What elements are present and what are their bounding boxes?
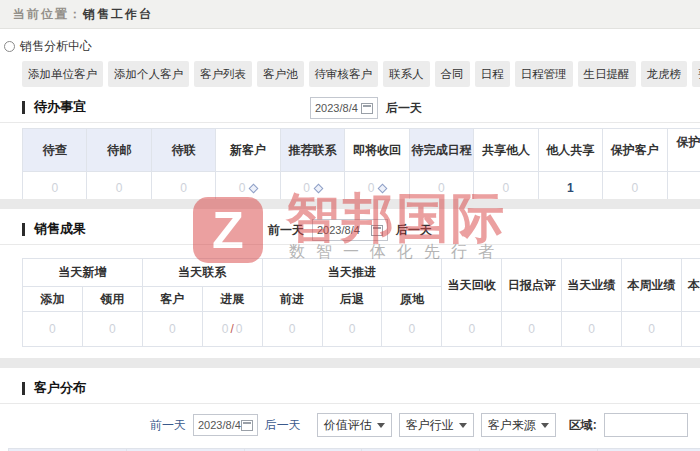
filter-select-label: 客户来源 bbox=[488, 417, 536, 434]
calendar-icon[interactable] bbox=[371, 225, 383, 236]
sales-count: 0 bbox=[468, 322, 475, 336]
sales-section-header: 销售成果 前一天 2023/8/4 后一天 bbox=[0, 217, 700, 241]
sales-value-10[interactable]: 0 bbox=[622, 312, 682, 347]
distribution-section-title: 客户分布 bbox=[34, 379, 86, 397]
divider bbox=[0, 403, 700, 404]
sales-value-2[interactable]: 0 bbox=[142, 312, 202, 347]
breadcrumb-current: 销售工作台 bbox=[83, 6, 153, 23]
todo-header-9: 保护客户 bbox=[603, 129, 667, 172]
sales-subheader-1-0: 客户 bbox=[142, 287, 202, 312]
todo-header-1: 待邮 bbox=[87, 129, 151, 172]
toolbar-button-8[interactable]: 日程管理 bbox=[515, 61, 573, 87]
distribution-date-value: 2023/8/4 bbox=[198, 419, 241, 431]
chevron-down-icon bbox=[459, 423, 467, 428]
filter-select-0[interactable]: 价值评估 bbox=[317, 413, 392, 437]
sales-header-2: 当天业绩 bbox=[562, 259, 622, 312]
calendar-icon[interactable] bbox=[241, 420, 253, 431]
section-bar-icon bbox=[22, 223, 25, 236]
distribution-filter-row: 前一天 2023/8/4 后一天 价值评估客户行业客户来源 区域: 检索 bbox=[150, 413, 700, 437]
breadcrumb-label: 当前位置： bbox=[13, 6, 83, 23]
toolbar-button-4[interactable]: 待审核客户 bbox=[309, 61, 379, 87]
sales-value-5[interactable]: 0 bbox=[322, 312, 382, 347]
sales-value-4[interactable]: 0 bbox=[262, 312, 322, 347]
sales-subheader-2-0: 前进 bbox=[262, 287, 322, 312]
toolbar-button-6[interactable]: 合同 bbox=[435, 61, 470, 87]
section-bar-icon bbox=[22, 382, 25, 395]
sales-count: 0 bbox=[648, 322, 655, 336]
breadcrumb: 当前位置： 销售工作台 bbox=[0, 0, 700, 29]
sales-count: 0 bbox=[289, 322, 296, 336]
todo-date-input[interactable]: 2023/8/4 bbox=[310, 97, 378, 119]
todo-count: 0 bbox=[116, 181, 123, 195]
distribution-next-day-button[interactable]: 后一天 bbox=[265, 417, 301, 434]
chevron-down-icon bbox=[377, 423, 385, 428]
sales-value-0[interactable]: 0 bbox=[23, 312, 83, 347]
filter-select-2[interactable]: 客户来源 bbox=[481, 413, 556, 437]
sales-section-title: 销售成果 bbox=[34, 220, 86, 238]
sales-table: 当天新增当天联系当天推进当天回收日报点评当天业绩本周业绩本月添加领用客户进展前进… bbox=[22, 258, 700, 347]
sales-header-4: 本月 bbox=[681, 259, 700, 312]
sales-date-input[interactable]: 2023/8/4 bbox=[312, 219, 388, 241]
filter-selects: 价值评估客户行业客户来源 bbox=[317, 413, 556, 437]
sales-subheader-0-1: 领用 bbox=[82, 287, 142, 312]
divider bbox=[0, 244, 700, 245]
sales-workbench-screen: 当前位置： 销售工作台 销售分析中心 添加单位客户添加个人客户客户列表客户池待审… bbox=[0, 0, 700, 451]
sales-count: 0 bbox=[588, 322, 595, 336]
todo-count: 0 bbox=[51, 181, 58, 195]
distribution-card: 客户分布 前一天 2023/8/4 后一天 价值评估客户行业客户来源 区域: 检… bbox=[0, 376, 700, 451]
todo-next-day-button[interactable]: 后一天 bbox=[386, 100, 422, 117]
sales-value-9[interactable]: 0 bbox=[562, 312, 622, 347]
toolbar-button-7[interactable]: 日程 bbox=[475, 61, 510, 87]
radio-icon bbox=[4, 41, 15, 52]
sales-date-value: 2023/8/4 bbox=[317, 224, 360, 236]
toolbar-button-1[interactable]: 添加个人客户 bbox=[108, 61, 189, 87]
tab-sales-analysis-center[interactable]: 销售分析中心 bbox=[0, 29, 700, 55]
diamond-icon bbox=[378, 184, 388, 194]
sales-value-11[interactable] bbox=[681, 312, 700, 347]
sales-next-day-button[interactable]: 后一天 bbox=[396, 222, 432, 239]
todo-date-value: 2023/8/4 bbox=[315, 102, 358, 114]
toolbar-button-11[interactable]: 要 bbox=[692, 61, 700, 87]
sales-header-1: 日报点评 bbox=[502, 259, 562, 312]
todo-header-8: 他人共享 bbox=[538, 129, 602, 172]
toolbar-button-5[interactable]: 联系人 bbox=[383, 61, 430, 87]
diamond-icon bbox=[313, 184, 323, 194]
sales-count: 0 bbox=[349, 322, 356, 336]
todo-section-title: 待办事宜 bbox=[34, 98, 86, 116]
chevron-down-icon bbox=[541, 423, 549, 428]
sales-value-7[interactable]: 0 bbox=[442, 312, 502, 347]
sales-value-8[interactable]: 0 bbox=[502, 312, 562, 347]
region-label: 区域: bbox=[569, 417, 597, 434]
toolbar-button-0[interactable]: 添加单位客户 bbox=[22, 61, 103, 87]
todo-count: 0 bbox=[239, 181, 246, 195]
sales-value-6[interactable]: 0 bbox=[382, 312, 442, 347]
filter-select-1[interactable]: 客户行业 bbox=[399, 413, 474, 437]
sales-count: 0 bbox=[222, 322, 229, 336]
toolbar-button-3[interactable]: 客户池 bbox=[257, 61, 304, 87]
calendar-icon[interactable] bbox=[361, 103, 373, 114]
divider bbox=[0, 122, 700, 123]
todo-header-2: 待联 bbox=[151, 129, 215, 172]
todo-header-7: 共享他人 bbox=[474, 129, 538, 172]
sales-value-3[interactable]: 0/0 bbox=[202, 312, 262, 347]
sales-prev-day-button[interactable]: 前一天 bbox=[268, 222, 304, 239]
sales-subheader-2-1: 后退 bbox=[322, 287, 382, 312]
section-bar-icon bbox=[22, 101, 25, 114]
section-gap bbox=[0, 199, 700, 209]
sales-value-1[interactable]: 0 bbox=[82, 312, 142, 347]
toolbar-button-2[interactable]: 客户列表 bbox=[194, 61, 252, 87]
distribution-date-input[interactable]: 2023/8/4 bbox=[193, 414, 258, 436]
filter-select-label: 价值评估 bbox=[324, 417, 372, 434]
sales-count: 0 bbox=[236, 322, 243, 336]
toolbar-button-10[interactable]: 龙虎榜 bbox=[641, 61, 688, 87]
sales-count: 0 bbox=[409, 322, 416, 336]
distribution-prev-day-button[interactable]: 前一天 bbox=[150, 417, 186, 434]
slash-separator: / bbox=[231, 322, 234, 336]
sales-group-header-0: 当天新增 bbox=[23, 259, 143, 287]
region-input[interactable] bbox=[604, 413, 688, 437]
toolbar-button-9[interactable]: 生日提醒 bbox=[578, 61, 636, 87]
todo-count: 0 bbox=[631, 181, 638, 195]
sales-group-header-2: 当天推进 bbox=[262, 259, 442, 287]
sales-header-0: 当天回收 bbox=[442, 259, 502, 312]
todo-header-6: 待完成日程 bbox=[409, 129, 473, 172]
